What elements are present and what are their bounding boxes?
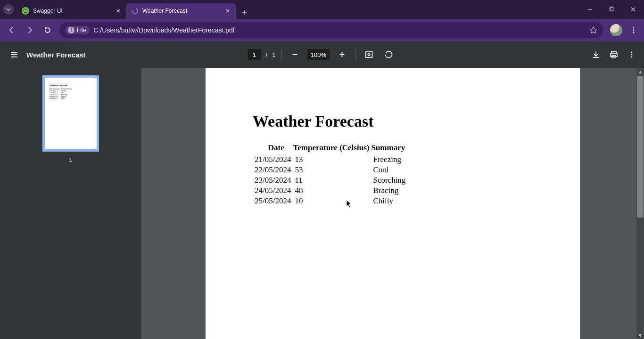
star-icon <box>589 26 598 34</box>
pdf-zoom-out-button[interactable] <box>287 47 302 62</box>
pdf-body: Weather Forecast Date Temperature (Celsi… <box>0 68 644 339</box>
cell-temperature: 48 <box>293 186 371 196</box>
cell-temperature: 53 <box>293 165 371 175</box>
tab-weather-forecast[interactable]: Weather Forecast <box>126 3 236 19</box>
tab-close-button[interactable] <box>223 7 232 15</box>
th-date: Date <box>253 143 293 154</box>
document-heading: Weather Forecast <box>253 113 533 130</box>
scrollbar-thumb[interactable] <box>637 76 644 218</box>
minus-icon <box>291 51 298 58</box>
window-minimize-button[interactable] <box>579 0 601 19</box>
info-icon: i <box>68 27 74 33</box>
plus-icon <box>241 9 248 16</box>
thumb-mini-row: 25/05/2024 10 Chilly <box>50 97 92 99</box>
close-icon <box>630 7 636 12</box>
pdf-thumbnail-page-number: 1 <box>69 156 72 163</box>
omnibox[interactable]: i File C:/Users/buttw/Downloads/WeatherF… <box>59 22 603 38</box>
pdf-fit-page-button[interactable] <box>361 47 376 62</box>
table-row: 24/05/202448Bracing <box>253 186 407 196</box>
pdf-sidebar-toggle[interactable] <box>5 45 24 64</box>
bookmark-button[interactable] <box>589 26 598 34</box>
svg-point-6 <box>633 30 635 31</box>
pdf-zoom-level[interactable]: 100% <box>307 49 330 60</box>
th-temperature: Temperature (Celsius) <box>293 143 371 154</box>
tab-strip: { } Swagger UI Weather Forecast <box>17 0 251 19</box>
svg-rect-3 <box>610 8 613 11</box>
nav-reload-button[interactable] <box>40 22 56 38</box>
download-icon <box>591 50 601 59</box>
window-controls <box>579 0 644 19</box>
table-row: 25/05/202410Chilly <box>253 196 407 206</box>
pdf-right-controls <box>588 47 639 62</box>
new-tab-button[interactable] <box>238 6 251 19</box>
cell-summary: Chilly <box>371 196 407 206</box>
table-header-row: Date Temperature (Celsius) Summary <box>253 143 407 154</box>
cell-summary: Scorching <box>371 175 407 186</box>
scroll-down-button[interactable]: ▼ <box>636 331 644 339</box>
table-row: 21/05/202413Freezing <box>253 154 407 165</box>
tab-close-button[interactable] <box>114 7 123 15</box>
reload-icon <box>43 26 52 34</box>
toolbar-divider <box>355 50 355 59</box>
pdf-menu-button[interactable] <box>624 47 639 62</box>
cell-summary: Cool <box>371 165 407 175</box>
address-bar: i File C:/Users/buttw/Downloads/WeatherF… <box>0 19 644 41</box>
forecast-table: Date Temperature (Celsius) Summary 21/05… <box>253 143 407 206</box>
swagger-favicon: { } <box>22 7 29 15</box>
hamburger-icon <box>9 50 19 59</box>
pdf-center-controls: / 1 100% <box>248 47 396 62</box>
pdf-page-total: 1 <box>272 51 275 58</box>
minimize-icon <box>587 7 593 12</box>
pdf-page-input[interactable] <box>248 49 261 60</box>
cell-summary: Bracing <box>371 186 407 196</box>
nav-back-button[interactable] <box>4 22 20 38</box>
svg-point-14 <box>631 56 633 58</box>
tab-swagger-ui[interactable]: { } Swagger UI <box>17 3 126 19</box>
pdf-document-title: Weather Forecast <box>26 51 86 59</box>
pdf-zoom-in-button[interactable] <box>334 47 349 62</box>
kebab-icon <box>628 51 636 58</box>
pdf-page-1: Weather Forecast Date Temperature (Celsi… <box>206 68 580 339</box>
pdf-page-area[interactable]: Weather Forecast Date Temperature (Celsi… <box>141 68 644 339</box>
svg-point-7 <box>633 32 635 33</box>
cell-summary: Freezing <box>371 154 407 165</box>
scroll-up-button[interactable]: ▲ <box>636 68 644 75</box>
toolbar-divider <box>281 50 281 59</box>
plus-icon <box>338 51 346 58</box>
pdf-toolbar: Weather Forecast / 1 100% <box>0 41 644 68</box>
nav-forward-button[interactable] <box>22 22 38 38</box>
url-scheme-chip[interactable]: i File <box>65 26 90 34</box>
profile-avatar[interactable] <box>610 24 622 36</box>
pdf-page-separator: / <box>266 51 268 58</box>
browser-menu-button[interactable] <box>627 26 640 34</box>
th-summary: Summary <box>371 143 407 154</box>
tab-search-button[interactable] <box>0 0 17 19</box>
arrow-right-icon <box>25 26 34 34</box>
close-icon <box>116 8 121 13</box>
cell-temperature: 13 <box>293 154 371 165</box>
tab-title: Weather Forecast <box>142 8 220 14</box>
pdf-thumbnail-1[interactable]: Weather Forecast Date Temperature (Celsi… <box>42 75 99 152</box>
fit-page-icon <box>364 50 373 59</box>
svg-point-12 <box>631 52 633 53</box>
window-maximize-button[interactable] <box>601 0 622 19</box>
pdf-thumbnail-sidebar: Weather Forecast Date Temperature (Celsi… <box>0 68 141 339</box>
window-titlebar: { } Swagger UI Weather Forecast <box>0 0 644 19</box>
cell-temperature: 10 <box>293 196 371 206</box>
table-row: 22/05/202453Cool <box>253 165 407 175</box>
cell-date: 25/05/2024 <box>253 196 293 206</box>
rotate-icon <box>384 50 393 59</box>
close-icon <box>225 8 230 13</box>
pdf-print-button[interactable] <box>606 47 621 62</box>
svg-text:{ }: { } <box>25 9 27 12</box>
url-text: C:/Users/buttw/Downloads/WeatherForecast… <box>93 26 586 34</box>
svg-rect-10 <box>611 53 617 56</box>
pdf-rotate-button[interactable] <box>381 47 396 62</box>
pdf-download-button[interactable] <box>588 47 603 62</box>
print-icon <box>609 50 619 59</box>
chevron-down-icon <box>6 7 11 12</box>
vertical-scrollbar[interactable]: ▲ ▼ <box>636 68 644 339</box>
window-close-button[interactable] <box>622 0 644 19</box>
loading-favicon <box>131 7 139 15</box>
svg-rect-4 <box>611 7 614 10</box>
